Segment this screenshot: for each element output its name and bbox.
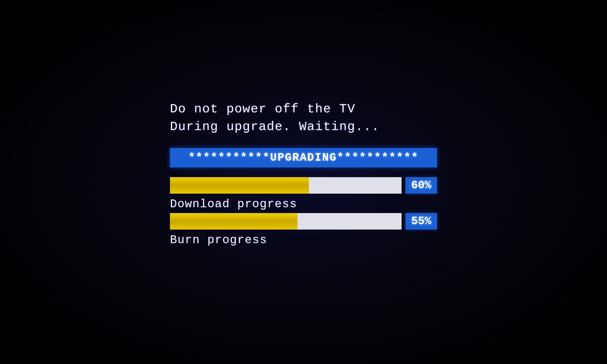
download-progress-track (170, 177, 402, 194)
warning-line-1: Do not power off the TV (170, 101, 380, 118)
burn-progress-section: 55% Burn progress (170, 213, 437, 247)
download-progress-label: Download progress (170, 197, 437, 211)
burn-progress-fill (170, 213, 297, 230)
burn-progress-badge: 55% (406, 213, 437, 230)
download-progress-badge: 60% (406, 177, 437, 194)
tv-screen: Do not power off the TV During upgrade. … (0, 0, 607, 364)
warning-line-2: During upgrade. Waiting... (170, 118, 380, 136)
burn-progress-track (170, 213, 402, 230)
download-progress-row: 60% (170, 177, 437, 194)
main-content: Do not power off the TV During upgrade. … (170, 101, 437, 249)
burn-progress-label: Burn progress (170, 234, 437, 247)
upgrading-banner: ***********UPGRADING*********** (170, 148, 437, 168)
download-progress-section: 60% Download progress (170, 177, 437, 211)
warning-message: Do not power off the TV During upgrade. … (170, 101, 380, 136)
download-progress-fill (170, 177, 309, 194)
burn-progress-row: 55% (170, 213, 437, 230)
